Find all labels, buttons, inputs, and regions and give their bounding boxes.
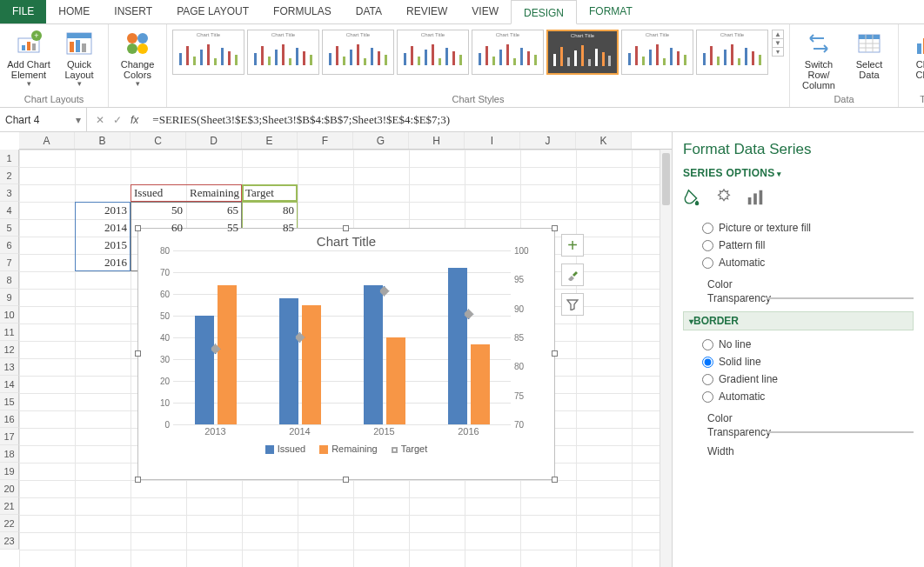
quick-layout-button[interactable]: Quick Layout bbox=[56, 26, 103, 89]
chart-styles-flyout[interactable] bbox=[561, 263, 584, 286]
row-header[interactable]: 11 bbox=[0, 324, 19, 341]
border-section-header[interactable]: BORDER bbox=[683, 311, 914, 330]
bar-issued[interactable] bbox=[279, 298, 298, 424]
row-header[interactable]: 6 bbox=[0, 237, 19, 254]
row-header[interactable]: 9 bbox=[0, 289, 19, 306]
tab-formulas[interactable]: FORMULAS bbox=[261, 0, 344, 23]
cell[interactable]: Remaining bbox=[186, 184, 242, 202]
column-header[interactable]: A bbox=[19, 132, 75, 149]
row-header[interactable]: 15 bbox=[0, 393, 19, 410]
switch-row-column-button[interactable]: Switch Row/ Column bbox=[795, 26, 842, 90]
column-header[interactable]: K bbox=[576, 132, 632, 149]
change-chart-type-button[interactable]: Chan Chart bbox=[904, 26, 924, 80]
name-box[interactable]: Chart 4▾ bbox=[0, 108, 87, 131]
row-header[interactable]: 20 bbox=[0, 480, 19, 497]
border-transparency-slider[interactable]: Transparency bbox=[707, 426, 914, 438]
cell[interactable]: 80 bbox=[242, 202, 298, 219]
tab-insert[interactable]: INSERT bbox=[102, 0, 164, 23]
border-automatic-option[interactable]: Automatic bbox=[683, 388, 914, 405]
border-gradient-option[interactable]: Gradient line bbox=[683, 370, 914, 388]
row-header[interactable]: 17 bbox=[0, 428, 19, 445]
row-header[interactable]: 3 bbox=[0, 184, 19, 202]
gallery-scroll[interactable]: ▲▼▾ bbox=[772, 30, 784, 57]
effects-category-icon[interactable] bbox=[714, 188, 733, 207]
bar-remaining[interactable] bbox=[218, 285, 237, 424]
chart-style-thumb[interactable]: Chart Title bbox=[472, 30, 544, 75]
cell[interactable]: 2014 bbox=[75, 219, 131, 237]
tab-home[interactable]: HOME bbox=[46, 0, 102, 23]
plot-area[interactable]: 01020304050607080 707580859095100 bbox=[173, 250, 511, 424]
cell[interactable]: 50 bbox=[131, 202, 186, 219]
row-header[interactable]: 5 bbox=[0, 219, 19, 237]
cancel-formula-icon[interactable]: ✕ bbox=[96, 114, 104, 126]
chart-style-thumb[interactable]: Chart Title bbox=[172, 30, 244, 75]
row-header[interactable]: 21 bbox=[0, 497, 19, 515]
chart-style-thumb[interactable]: Chart Title bbox=[247, 30, 319, 75]
cell[interactable]: Target bbox=[242, 184, 298, 202]
fx-icon[interactable]: fx bbox=[131, 114, 138, 126]
primary-y-axis[interactable]: 01020304050607080 bbox=[147, 250, 171, 424]
add-chart-element-button[interactable]: + Add Chart Element bbox=[5, 26, 52, 89]
bar-remaining[interactable] bbox=[386, 337, 405, 424]
category-axis[interactable]: 2013201420152016 bbox=[173, 426, 511, 437]
category-label[interactable]: 2015 bbox=[342, 426, 426, 437]
worksheet[interactable]: ABCDEFGHIJK Chart Title 0102030405060708… bbox=[0, 132, 672, 567]
resize-handle[interactable] bbox=[343, 477, 349, 483]
bar-remaining[interactable] bbox=[471, 344, 490, 425]
column-header[interactable]: E bbox=[242, 132, 298, 149]
row-header[interactable]: 13 bbox=[0, 358, 19, 376]
chart-style-thumb[interactable]: Chart Title bbox=[322, 30, 394, 75]
chart-style-thumb[interactable]: Chart Title bbox=[621, 30, 693, 75]
tab-format[interactable]: FORMAT bbox=[577, 0, 645, 23]
chevron-down-icon[interactable]: ▾ bbox=[76, 114, 81, 126]
tab-page-layout[interactable]: PAGE LAYOUT bbox=[164, 0, 261, 23]
tab-review[interactable]: REVIEW bbox=[394, 0, 459, 23]
chart-style-gallery[interactable]: Chart TitleChart TitleChart TitleChart T… bbox=[172, 26, 768, 75]
change-colors-button[interactable]: Change Colors bbox=[114, 26, 161, 89]
resize-handle[interactable] bbox=[552, 225, 558, 231]
legend-issued[interactable]: Issued bbox=[265, 444, 305, 454]
row-header[interactable]: 14 bbox=[0, 376, 19, 393]
chart-elements-flyout[interactable]: + bbox=[561, 234, 584, 257]
chart-filters-flyout[interactable] bbox=[561, 293, 584, 316]
column-header[interactable]: I bbox=[465, 132, 520, 149]
category-label[interactable]: 2013 bbox=[173, 426, 258, 437]
fill-picture-option[interactable]: Picture or texture fill bbox=[683, 219, 914, 237]
bar-issued[interactable] bbox=[364, 285, 383, 424]
formula-input[interactable]: =SERIES(Sheet3!$E$3;Sheet3!$B$4:$B$7;She… bbox=[147, 113, 924, 127]
cell[interactable]: 2013 bbox=[75, 202, 131, 219]
tab-view[interactable]: VIEW bbox=[459, 0, 511, 23]
embedded-chart[interactable]: Chart Title 01020304050607080 7075808590… bbox=[137, 228, 555, 480]
column-header[interactable]: J bbox=[520, 132, 576, 149]
column-headers[interactable]: ABCDEFGHIJK bbox=[19, 132, 672, 150]
fill-line-category-icon[interactable] bbox=[683, 188, 702, 207]
cell[interactable]: 65 bbox=[186, 202, 242, 219]
tab-file[interactable]: FILE bbox=[0, 0, 46, 23]
bar-remaining[interactable] bbox=[302, 305, 321, 425]
border-solid-option[interactable]: Solid line bbox=[683, 353, 914, 370]
row-header[interactable]: 1 bbox=[0, 150, 19, 167]
category-label[interactable]: 2014 bbox=[258, 426, 342, 437]
resize-handle[interactable] bbox=[552, 350, 558, 357]
cell[interactable]: 60 bbox=[131, 219, 186, 237]
chart-style-thumb[interactable]: Chart Title bbox=[696, 30, 768, 75]
legend-target[interactable]: Target bbox=[392, 444, 428, 454]
cell[interactable]: Issued bbox=[131, 184, 186, 202]
tab-data[interactable]: DATA bbox=[344, 0, 394, 23]
bar-issued[interactable] bbox=[195, 316, 214, 424]
row-header[interactable]: 18 bbox=[0, 445, 19, 463]
resize-handle[interactable] bbox=[135, 350, 141, 357]
series-options-category-icon[interactable] bbox=[746, 188, 765, 207]
bar-issued[interactable] bbox=[448, 268, 467, 424]
category-label[interactable]: 2016 bbox=[426, 426, 511, 437]
cell[interactable]: 55 bbox=[186, 219, 242, 237]
cell[interactable]: 2015 bbox=[75, 237, 131, 254]
fill-automatic-option[interactable]: Automatic bbox=[683, 254, 914, 271]
column-header[interactable]: C bbox=[131, 132, 186, 149]
border-noline-option[interactable]: No line bbox=[683, 336, 914, 353]
series-options-header[interactable]: SERIES OPTIONS bbox=[683, 167, 914, 179]
row-header[interactable]: 2 bbox=[0, 167, 19, 184]
legend-remaining[interactable]: Remaining bbox=[319, 444, 378, 454]
row-header[interactable]: 23 bbox=[0, 532, 19, 550]
accept-formula-icon[interactable]: ✓ bbox=[113, 114, 122, 126]
